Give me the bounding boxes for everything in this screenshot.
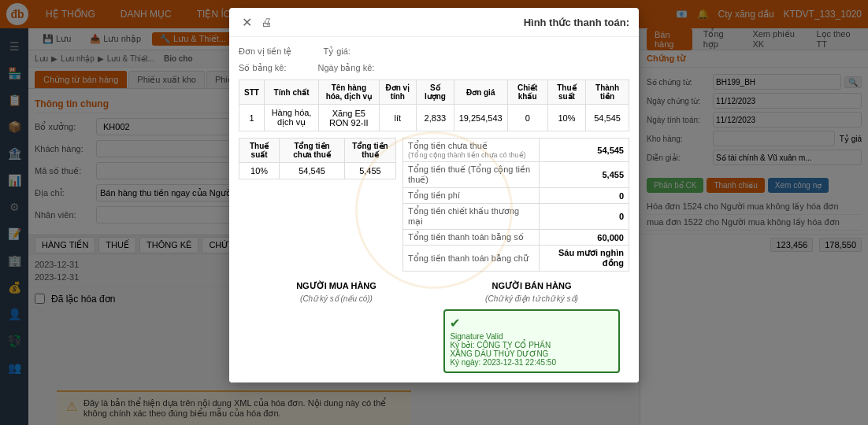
meta-ty-gia: Tỷ giá: — [323, 46, 351, 57]
modal-title: Hình thức thanh toán: — [524, 17, 629, 28]
invoice-table: STT Tính chất Tên hàng hóa, dịch vụ Đơn … — [239, 79, 629, 131]
tax-th-tong-thue: Tổng tiền thuế — [344, 139, 395, 163]
summary-label-3: Tổng tiền chiết khấu thương mại — [403, 204, 540, 230]
buyer-title: NGƯỜI MUA HÀNG — [248, 281, 424, 291]
meta-ngay-bang-ke: Ngày bảng kê: — [317, 63, 374, 73]
summary-label-0: Tổng tiền chưa thuế (Tổng cộng thành tiề… — [403, 139, 540, 162]
stamp-line4: Ký ngày: 2023-12-31 22:45:50 — [450, 358, 613, 367]
stamp-line2: Ký bởi: CÔNG TY CỔ PHẦN — [450, 341, 613, 349]
th-thue-suat: Thuế suất — [547, 80, 586, 105]
tax-th-tong-chua: Tổng tiền chưa thuế — [280, 139, 345, 163]
td-thue-suat: 10% — [547, 105, 586, 131]
summary-table: Tổng tiền chưa thuế (Tổng cộng thành tiề… — [402, 138, 629, 272]
modal-close-icon[interactable]: ✕ — [239, 14, 254, 30]
tax-td-tong-chua: 54,545 — [280, 163, 345, 179]
tax-table-container: Thuế suất Tổng tiền chưa thuế Tổng tiền … — [239, 138, 396, 272]
summary-table-container: Tổng tiền chưa thuế (Tổng cộng thành tiề… — [402, 138, 629, 272]
modal-body: Đơn vị tiền tệ Tỷ giá: Số bảng kê: Ngày … — [229, 37, 639, 382]
summary-value-0: 54,545 — [540, 139, 629, 162]
tax-td-tong-thue: 5,455 — [344, 163, 395, 179]
summary-row-0: Tổng tiền chưa thuế (Tổng cộng thành tiề… — [403, 139, 629, 162]
td-so-luong: 2,833 — [417, 105, 454, 131]
seller-title: NGƯỜI BÁN HÀNG — [443, 281, 619, 291]
th-don-vi-tinh: Đơn vị tính — [379, 80, 417, 105]
td-thanh-tien: 54,545 — [586, 105, 629, 131]
th-don-gia: Đơn giá — [454, 80, 507, 105]
th-ten-hang: Tên hàng hóa, dịch vụ — [319, 80, 379, 105]
tax-row: 10% 54,545 5,455 — [239, 163, 396, 179]
seller-signature: NGƯỜI BÁN HÀNG (Chữ ký điện tử chữ ký số… — [443, 281, 619, 373]
summary-section: Thuế suất Tổng tiền chưa thuế Tổng tiền … — [239, 138, 629, 272]
table-row: 1 Hàng hóa, dịch vụ Xăng E5 RON 92-II lí… — [239, 105, 629, 131]
th-tinh-chat: Tính chất — [264, 80, 318, 105]
summary-row-2: Tổng tiền phí 0 — [403, 188, 629, 204]
summary-row-3: Tổng tiền chiết khấu thương mại 0 — [403, 204, 629, 230]
meta-don-vi-tien-te: Đơn vị tiền tệ — [239, 46, 291, 57]
summary-value-5: Sáu mươi nghìn đồng — [540, 246, 629, 272]
summary-value-2: 0 — [540, 188, 629, 204]
summary-label-2: Tổng tiền phí — [403, 188, 540, 204]
tax-table: Thuế suất Tổng tiền chưa thuế Tổng tiền … — [239, 138, 396, 179]
summary-value-4: 60,000 — [540, 230, 629, 246]
tax-th-thue-suat: Thuế suất — [239, 139, 280, 163]
th-so-luong: Số lượng — [417, 80, 454, 105]
stamp-line1: Signature Valid — [450, 332, 613, 341]
modal-print-icon[interactable]: 🖨 — [261, 16, 272, 28]
buyer-sub: (Chữ ký số (nếu có)) — [248, 294, 424, 303]
td-don-gia: 19,254,543 — [454, 105, 507, 131]
summary-label-4: Tổng tiền thanh toán bằng số — [403, 230, 540, 246]
buyer-signature: NGƯỜI MUA HÀNG (Chữ ký số (nếu có)) — [248, 281, 424, 373]
invoice-meta: Đơn vị tiền tệ Tỷ giá: — [239, 46, 629, 57]
summary-label-5: Tổng tiền thanh toán bằng chữ — [403, 246, 540, 272]
summary-row-1: Tổng tiền thuế (Tổng cộng tiền thuế) 5,4… — [403, 162, 629, 188]
td-don-vi: lít — [379, 105, 417, 131]
modal-header: ✕ 🖨 Hình thức thanh toán: — [229, 8, 639, 37]
seller-sub: (Chữ ký điện tử chữ ký số) — [443, 294, 619, 303]
summary-label-1: Tổng tiền thuế (Tổng cộng tiền thuế) — [403, 162, 540, 188]
checkmark-icon: ✔ — [450, 316, 460, 331]
tax-td-thue-suat: 10% — [239, 163, 280, 179]
signature-stamp: ✔ Signature Valid Ký bởi: CÔNG TY CỔ PHẦ… — [443, 309, 619, 373]
td-ten-hang: Xăng E5 RON 92-II — [319, 105, 379, 131]
td-chiet-khau: 0 — [507, 105, 547, 131]
th-thanh-tien: Thành tiền — [586, 80, 629, 105]
signature-section: NGƯỜI MUA HÀNG (Chữ ký số (nếu có)) NGƯỜ… — [239, 281, 629, 373]
meta-so-bang-ke: Số bảng kê: — [239, 63, 286, 73]
summary-row-5: Tổng tiền thanh toán bằng chữ Sáu mươi n… — [403, 246, 629, 272]
th-chiet-khau: Chiết khấu — [507, 80, 547, 105]
th-stt: STT — [239, 80, 265, 105]
modal-thanh-toan: ✕ 🖨 Hình thức thanh toán: Đơn vị tiền tệ… — [229, 8, 639, 382]
td-tinh-chat: Hàng hóa, dịch vụ — [264, 105, 318, 131]
invoice-meta-2: Số bảng kê: Ngày bảng kê: — [239, 63, 629, 73]
modal-overlay: ✕ 🖨 Hình thức thanh toán: Đơn vị tiền tệ… — [0, 0, 868, 425]
summary-value-1: 5,455 — [540, 162, 629, 188]
td-stt: 1 — [239, 105, 265, 131]
summary-row-4: Tổng tiền thanh toán bằng số 60,000 — [403, 230, 629, 246]
summary-value-3: 0 — [540, 204, 629, 230]
stamp-line3: XĂNG DẦU THỦY DƯƠNG — [450, 349, 613, 358]
